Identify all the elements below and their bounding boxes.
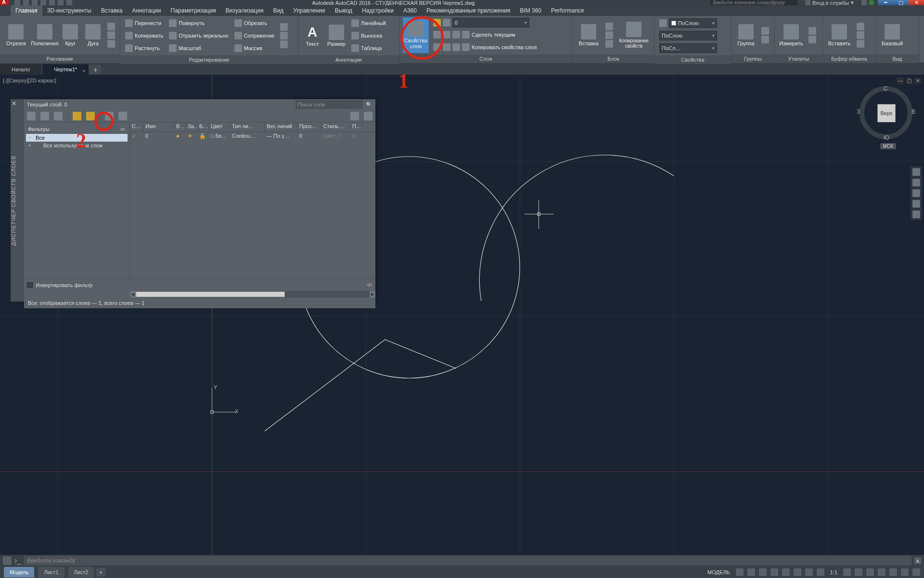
dimension-button[interactable]: Размер (325, 17, 347, 54)
match-layer-button[interactable]: Копировать свойства слоя (433, 42, 537, 53)
create-block-icon[interactable] (605, 23, 613, 30)
layout1-tab[interactable]: Лист1 (38, 567, 64, 578)
freeze-icon[interactable] (443, 19, 450, 26)
snap-toggle-icon[interactable] (747, 568, 755, 576)
cell-lineweight[interactable]: — По у… (265, 132, 297, 142)
redo-icon[interactable] (66, 0, 72, 5)
linear-button[interactable]: Линейный (351, 18, 386, 28)
collapse-tree-icon[interactable]: ≪ (120, 126, 126, 132)
stretch-button[interactable]: Растянуть (125, 43, 163, 53)
make-current-button[interactable]: Сделать текущим (433, 29, 537, 40)
group-button[interactable]: Группа (734, 17, 757, 53)
tab-home[interactable]: Главная (11, 5, 42, 16)
palette-close-icon[interactable]: ✕ (12, 100, 16, 107)
tab-insert[interactable]: Вставка (96, 5, 128, 16)
palette-title-bar[interactable]: ДИСПЕТЧЕР СВОЙСТВ СЛОЕВ (11, 99, 24, 302)
mirror-button[interactable]: Отразить зеркально (169, 30, 228, 41)
tab-performance[interactable]: Performance (546, 5, 589, 16)
leader-button[interactable]: Выноска (351, 30, 386, 41)
panel-utilities-title[interactable]: Утилиты (775, 54, 822, 63)
minimize-button[interactable]: ━ (878, 0, 893, 5)
customize-icon[interactable] (912, 568, 920, 576)
edit-block-icon[interactable] (605, 31, 613, 39)
col-freeze[interactable]: За… (186, 122, 197, 131)
lineweight-toggle-icon[interactable] (805, 568, 813, 576)
transparency-toggle-icon[interactable] (817, 568, 824, 576)
tab-a360[interactable]: A360 (398, 5, 422, 16)
color-icon[interactable] (659, 19, 667, 27)
command-input[interactable]: Введите команду (24, 556, 911, 565)
scroll-left-icon[interactable]: ◄ (130, 291, 136, 298)
layer-group-icon[interactable] (54, 112, 63, 120)
panel-draw-title[interactable]: Рисование (0, 54, 120, 63)
match-props-button[interactable]: Копирование свойств (617, 17, 651, 53)
col-name[interactable]: Имя (143, 122, 174, 131)
new-layer-icon[interactable] (73, 112, 81, 120)
line-button[interactable]: Отрезок (3, 17, 29, 53)
scroll-right-icon[interactable]: ► (370, 291, 375, 298)
viewcube-east[interactable]: В (911, 108, 915, 115)
cell-on-icon[interactable]: ● (174, 132, 186, 142)
panel-properties-title[interactable]: Свойства (654, 55, 731, 64)
col-color[interactable]: Цвет (209, 122, 230, 131)
fillet-button[interactable]: Сопряжение (234, 30, 275, 41)
panel-modify-title[interactable]: Редактирование (120, 55, 298, 64)
new-layer-vpfreeze-icon[interactable] (86, 112, 95, 120)
model-tab[interactable]: Модель (4, 567, 34, 578)
hatch-icon[interactable] (107, 40, 115, 48)
refresh-icon[interactable] (350, 112, 359, 120)
invert-filter-checkbox[interactable] (27, 282, 33, 288)
plot-icon[interactable] (49, 0, 55, 5)
erase-icon[interactable] (280, 23, 288, 31)
tab-annotate[interactable]: Аннотации (128, 5, 166, 16)
polar-toggle-icon[interactable] (770, 568, 778, 576)
col-on[interactable]: В… (174, 122, 186, 131)
view-cube[interactable]: Верх С Ю В З МСК (860, 86, 912, 139)
panel-groups-title[interactable]: Группы (732, 54, 774, 63)
ucs-icon[interactable]: Y X (210, 386, 239, 415)
col-plot[interactable]: П… (350, 122, 362, 131)
pan-icon[interactable] (912, 179, 920, 186)
otrack-toggle-icon[interactable] (794, 568, 801, 576)
workspace-icon[interactable] (855, 568, 862, 576)
clean-screen-icon[interactable] (901, 568, 909, 576)
layer-row[interactable]: ✓ 0 ● ☀ 🔓 □ бе… Continu… — По у… 0 Цвет_… (130, 132, 375, 142)
circle-button[interactable]: Круг (60, 17, 81, 53)
col-status[interactable]: С… (130, 122, 143, 131)
palette-scrollbar[interactable]: ◄ ► (130, 291, 375, 298)
explode-icon[interactable] (280, 32, 288, 39)
select-all-icon[interactable] (808, 27, 816, 35)
showmotion-icon[interactable] (912, 210, 920, 218)
tab-addins[interactable]: Надстройки (357, 5, 398, 16)
exchange-area[interactable] (858, 0, 878, 5)
col-lock[interactable]: Б… (197, 122, 209, 131)
grid-toggle-icon[interactable] (736, 568, 744, 576)
polyline-button[interactable]: Полилиния (31, 17, 58, 53)
annotation-scale[interactable]: 1:1 (828, 569, 839, 575)
close-button[interactable]: ✕ (909, 0, 924, 5)
base-view-button[interactable]: Базовый (879, 17, 906, 53)
cell-transparency[interactable]: 0 (297, 132, 321, 142)
cell-plot-icon[interactable]: ⎙ (350, 132, 362, 142)
lineweight-dropdown[interactable]: ПоСлою (659, 31, 717, 40)
search-icon[interactable]: 🔍 (366, 102, 372, 108)
cell-linetype[interactable]: Continu… (230, 132, 265, 142)
viewcube-south[interactable]: Ю (884, 134, 889, 141)
panel-view-title[interactable]: Вид (876, 54, 919, 63)
viewcube-north[interactable]: С (884, 85, 888, 92)
isolate-icon[interactable] (889, 568, 897, 576)
undo-icon[interactable] (58, 0, 64, 5)
offset-icon[interactable] (280, 40, 288, 48)
annotation-monitor-icon[interactable] (866, 568, 874, 576)
arc-button[interactable]: Дуга (83, 17, 103, 53)
edit-attr-icon[interactable] (605, 40, 613, 48)
tab-manage[interactable]: Управление (288, 5, 330, 16)
command-expand-icon[interactable]: ▲ (914, 557, 921, 564)
ortho-toggle-icon[interactable] (759, 568, 767, 576)
orbit-icon[interactable] (912, 200, 920, 208)
paste-button[interactable]: Вставить (826, 17, 853, 53)
scale-button[interactable]: Масштаб (169, 43, 228, 53)
linetype-dropdown[interactable]: ПоСл… (659, 43, 717, 53)
annoscale-icon[interactable] (843, 568, 851, 576)
saveas-icon[interactable] (40, 0, 46, 5)
